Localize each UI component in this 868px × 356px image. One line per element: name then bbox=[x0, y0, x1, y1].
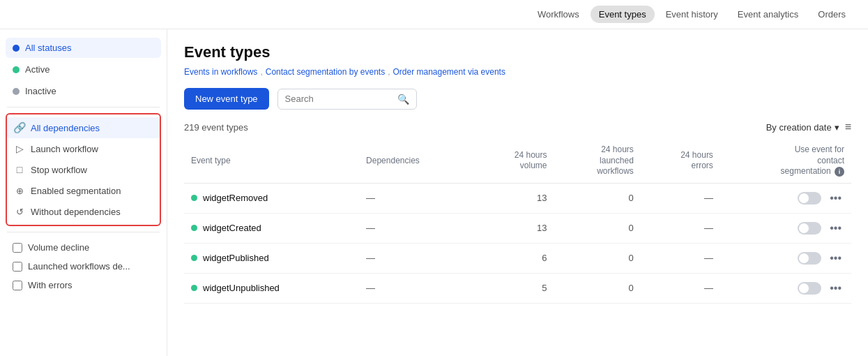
dep-without-label: Without dependencies bbox=[31, 207, 121, 217]
nav-workflows[interactable]: Workflows bbox=[529, 6, 588, 23]
breadcrumb-order-mgmt[interactable]: Order management via events bbox=[393, 67, 505, 77]
segmentation-toggle[interactable] bbox=[798, 222, 821, 235]
col-volume: 24 hoursvolume bbox=[475, 139, 554, 183]
cell-launched: 0 bbox=[554, 243, 641, 273]
status-inactive[interactable]: Inactive bbox=[6, 81, 161, 101]
checkbox-launched-workflows[interactable] bbox=[13, 262, 22, 272]
row-menu-button[interactable]: ••• bbox=[827, 191, 844, 206]
table-row: widgetUnpublished — 5 0 — ••• bbox=[184, 273, 851, 303]
toolbar: New event type 🔍 bbox=[184, 88, 851, 110]
sort-by-creation-date[interactable]: By creation date ▾ bbox=[766, 122, 839, 133]
table-row: widgetCreated — 13 0 — ••• bbox=[184, 213, 851, 243]
breadcrumb-contact-seg[interactable]: Contact segmentation by events bbox=[266, 67, 385, 77]
sidebar-divider-2 bbox=[7, 232, 160, 232]
checkbox-volume-decline[interactable] bbox=[13, 243, 22, 253]
cell-errors: — bbox=[641, 213, 720, 243]
cell-segmentation: ••• bbox=[720, 183, 851, 213]
table-row: widgetRemoved — 13 0 — ••• bbox=[184, 183, 851, 213]
dep-stop-label: Stop workflow bbox=[31, 165, 87, 175]
dependencies-section: 🔗 All dependencies ▷ Launch workflow □ S… bbox=[6, 113, 161, 226]
col-errors: 24 hourserrors bbox=[641, 139, 720, 183]
sort-controls: By creation date ▾ ≡ bbox=[766, 121, 851, 133]
chevron-down-icon: ▾ bbox=[835, 122, 839, 133]
table-row: widgetPublished — 6 0 — ••• bbox=[184, 243, 851, 273]
cell-dependencies: — bbox=[359, 213, 474, 243]
breadcrumb: Events in workflows , Contact segmentati… bbox=[184, 67, 851, 77]
row-menu-button[interactable]: ••• bbox=[827, 251, 844, 266]
dep-without-dependencies[interactable]: ↺ Without dependencies bbox=[7, 201, 160, 222]
dot-inactive bbox=[13, 88, 20, 95]
checkbox-with-errors[interactable] bbox=[13, 281, 22, 290]
col-launched: 24 hourslaunchedworkflows bbox=[554, 139, 641, 183]
status-all-label: All statuses bbox=[25, 43, 71, 53]
filter-volume-decline-label: Volume decline bbox=[28, 242, 89, 253]
cell-volume: 6 bbox=[475, 243, 554, 273]
row-menu-button[interactable]: ••• bbox=[827, 221, 844, 236]
status-active[interactable]: Active bbox=[6, 59, 161, 80]
segmentation-toggle[interactable] bbox=[798, 252, 821, 265]
cell-segmentation: ••• bbox=[720, 273, 851, 303]
row-menu-button[interactable]: ••• bbox=[827, 281, 844, 296]
filter-with-errors[interactable]: With errors bbox=[6, 276, 161, 295]
cell-dependencies: — bbox=[359, 183, 474, 213]
filter-volume-decline[interactable]: Volume decline bbox=[6, 238, 161, 257]
main-layout: All statuses Active Inactive 🔗 All depen… bbox=[0, 29, 868, 356]
event-name-text[interactable]: widgetUnpublished bbox=[203, 283, 280, 293]
dep-launch-workflow[interactable]: ▷ Launch workflow bbox=[7, 138, 160, 159]
sidebar: All statuses Active Inactive 🔗 All depen… bbox=[0, 29, 167, 356]
cell-event-name: widgetCreated bbox=[184, 213, 359, 243]
nav-event-history[interactable]: Event history bbox=[657, 6, 726, 23]
cell-dependencies: — bbox=[359, 243, 474, 273]
table-header-row: Event type Dependencies 24 hoursvolume 2… bbox=[184, 139, 851, 183]
dep-all-dependencies[interactable]: 🔗 All dependencies bbox=[7, 117, 160, 138]
cell-volume: 5 bbox=[475, 273, 554, 303]
status-all[interactable]: All statuses bbox=[6, 38, 161, 58]
top-navigation: Workflows Event types Event history Even… bbox=[0, 0, 868, 29]
dot-active bbox=[13, 66, 20, 73]
new-event-type-button[interactable]: New event type bbox=[184, 88, 269, 110]
nav-orders[interactable]: Orders bbox=[809, 6, 854, 23]
dep-stop-workflow[interactable]: □ Stop workflow bbox=[7, 159, 160, 180]
event-status-dot bbox=[191, 225, 197, 231]
cell-errors: — bbox=[641, 183, 720, 213]
event-name-text[interactable]: widgetCreated bbox=[203, 223, 261, 233]
search-box: 🔍 bbox=[277, 89, 417, 110]
breadcrumb-sep-1: , bbox=[260, 67, 262, 77]
nav-event-types[interactable]: Event types bbox=[591, 6, 655, 23]
status-inactive-label: Inactive bbox=[25, 86, 56, 96]
col-event-type: Event type bbox=[184, 139, 359, 183]
status-filter-section: All statuses Active Inactive bbox=[0, 38, 167, 101]
search-input[interactable] bbox=[285, 94, 393, 104]
col-dependencies: Dependencies bbox=[359, 139, 474, 183]
cell-errors: — bbox=[641, 243, 720, 273]
status-active-label: Active bbox=[25, 64, 50, 75]
page-title: Event types bbox=[184, 43, 851, 61]
segmentation-info-icon[interactable]: i bbox=[835, 167, 844, 177]
cell-errors: — bbox=[641, 273, 720, 303]
cell-launched: 0 bbox=[554, 213, 641, 243]
table-header-bar: 219 event types By creation date ▾ ≡ bbox=[184, 121, 851, 133]
breadcrumb-events-in-workflows[interactable]: Events in workflows bbox=[184, 67, 257, 77]
link-icon: 🔗 bbox=[14, 122, 25, 133]
dep-seg-label: Enabled segmentation bbox=[31, 186, 121, 196]
sort-label-text: By creation date bbox=[766, 122, 832, 133]
filter-icon[interactable]: ≡ bbox=[845, 121, 851, 133]
nav-event-analytics[interactable]: Event analytics bbox=[729, 6, 807, 23]
dep-enabled-segmentation[interactable]: ⊕ Enabled segmentation bbox=[7, 180, 160, 201]
segmentation-toggle[interactable] bbox=[798, 192, 821, 205]
no-dep-icon: ↺ bbox=[14, 206, 25, 217]
event-status-dot bbox=[191, 195, 197, 201]
cell-event-name: widgetRemoved bbox=[184, 183, 359, 213]
segmentation-toggle[interactable] bbox=[798, 282, 821, 295]
play-icon: ▷ bbox=[14, 143, 25, 154]
main-content: Event types Events in workflows , Contac… bbox=[167, 29, 868, 356]
filter-launched-workflows[interactable]: Launched workflows de... bbox=[6, 257, 161, 276]
cell-launched: 0 bbox=[554, 273, 641, 303]
event-status-dot bbox=[191, 285, 197, 291]
cell-segmentation: ••• bbox=[720, 243, 851, 273]
event-name-text[interactable]: widgetPublished bbox=[203, 253, 269, 263]
dot-all-statuses bbox=[13, 45, 20, 52]
event-count: 219 event types bbox=[184, 122, 248, 133]
event-name-text[interactable]: widgetRemoved bbox=[203, 193, 268, 203]
segmentation-icon: ⊕ bbox=[14, 185, 25, 196]
